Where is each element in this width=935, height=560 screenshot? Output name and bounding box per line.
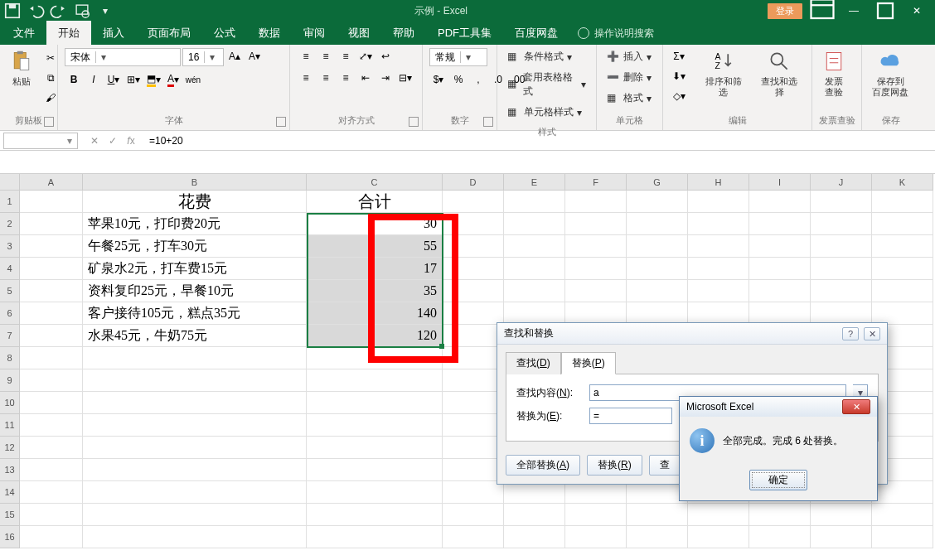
cell[interactable] xyxy=(811,526,872,548)
cell[interactable] xyxy=(749,258,811,280)
col-header[interactable]: C xyxy=(307,174,443,191)
tab-file[interactable]: 文件 xyxy=(2,21,46,46)
cell[interactable] xyxy=(811,280,872,302)
cell[interactable] xyxy=(688,302,749,325)
replace-all-button[interactable]: 全部替换(A) xyxy=(506,455,580,476)
cell[interactable]: 17 xyxy=(307,258,443,280)
decrease-indent-icon[interactable]: ⇤ xyxy=(356,70,375,86)
cell[interactable] xyxy=(443,526,504,548)
fill-icon[interactable]: ⬇▾ xyxy=(670,68,688,84)
col-header[interactable]: D xyxy=(443,174,504,191)
find-all-button[interactable]: 查 xyxy=(649,455,681,476)
cell[interactable]: 苹果10元，打印费20元 xyxy=(83,213,307,235)
row-header[interactable]: 6 xyxy=(0,302,20,325)
row-header[interactable]: 16 xyxy=(0,526,20,548)
tell-me[interactable]: 操作说明搜索 xyxy=(578,27,654,41)
cell[interactable] xyxy=(83,369,307,392)
cell[interactable] xyxy=(307,414,443,437)
cell[interactable] xyxy=(20,459,83,481)
cell[interactable] xyxy=(872,235,933,258)
tab-pdf[interactable]: PDF工具集 xyxy=(426,21,503,46)
cell[interactable] xyxy=(20,325,83,347)
alert-title-bar[interactable]: Microsoft Excel ✕ xyxy=(680,397,877,417)
cell[interactable] xyxy=(20,414,83,437)
font-color-button[interactable]: A▾ xyxy=(164,71,182,88)
redo-icon[interactable] xyxy=(50,2,68,19)
align-bottom-icon[interactable]: ≡ xyxy=(337,48,355,65)
cell[interactable] xyxy=(443,191,504,213)
cell[interactable] xyxy=(443,280,504,302)
cell[interactable]: 矿泉水2元，打车费15元 xyxy=(83,258,307,280)
format-painter-icon[interactable]: 🖌 xyxy=(41,89,60,106)
row-header[interactable]: 11 xyxy=(0,414,20,437)
tab-baidu[interactable]: 百度网盘 xyxy=(503,21,569,46)
cell[interactable] xyxy=(749,302,811,325)
col-header[interactable]: G xyxy=(627,174,688,191)
row-header[interactable]: 9 xyxy=(0,369,20,392)
cell[interactable] xyxy=(565,235,627,258)
sort-filter-button[interactable]: AZ 排序和筛选 xyxy=(698,48,749,99)
tab-formulas[interactable]: 公式 xyxy=(202,21,247,46)
row-header[interactable]: 10 xyxy=(0,392,20,414)
cell[interactable] xyxy=(20,526,83,548)
cell[interactable] xyxy=(20,302,83,325)
cell[interactable] xyxy=(83,347,307,369)
paste-button[interactable]: 粘贴 xyxy=(7,48,36,89)
cell[interactable] xyxy=(872,481,933,504)
merge-icon[interactable]: ⊟▾ xyxy=(396,70,414,86)
tab-insert[interactable]: 插入 xyxy=(91,21,136,46)
cell[interactable] xyxy=(565,302,627,325)
cell[interactable] xyxy=(83,437,307,459)
tab-help[interactable]: 帮助 xyxy=(381,21,426,46)
comma-icon[interactable]: , xyxy=(469,71,487,88)
cancel-formula-icon[interactable]: ✕ xyxy=(86,135,103,147)
cell[interactable] xyxy=(811,258,872,280)
copy-icon[interactable]: ⧉ xyxy=(41,70,60,86)
font-name-combo[interactable]: 宋体▾ xyxy=(65,48,181,66)
cell[interactable] xyxy=(749,191,811,213)
col-header[interactable]: B xyxy=(83,174,307,191)
cell[interactable] xyxy=(443,481,504,504)
cell[interactable] xyxy=(20,392,83,414)
print-preview-icon[interactable] xyxy=(73,2,91,19)
cell[interactable] xyxy=(504,526,565,548)
cell[interactable] xyxy=(307,459,443,481)
alert-ok-button[interactable]: 确定 xyxy=(749,470,807,490)
tab-review[interactable]: 审阅 xyxy=(292,21,337,46)
row-header[interactable]: 7 xyxy=(0,325,20,347)
replace-button[interactable]: 替换(R) xyxy=(587,455,642,476)
cell[interactable] xyxy=(504,504,565,526)
cell[interactable] xyxy=(20,437,83,459)
cell[interactable] xyxy=(20,369,83,392)
cell[interactable] xyxy=(749,235,811,258)
cell[interactable] xyxy=(565,280,627,302)
cell[interactable] xyxy=(20,213,83,235)
col-header[interactable]: K xyxy=(872,174,933,191)
cell[interactable] xyxy=(83,392,307,414)
cell[interactable] xyxy=(504,213,565,235)
tab-home[interactable]: 开始 xyxy=(46,21,91,46)
col-header[interactable]: H xyxy=(688,174,749,191)
dialog-close-icon[interactable]: ✕ xyxy=(864,327,880,340)
cell[interactable] xyxy=(443,302,504,325)
cell[interactable]: 120 xyxy=(307,325,443,347)
cell[interactable] xyxy=(20,504,83,526)
col-header[interactable]: F xyxy=(565,174,627,191)
cell[interactable] xyxy=(565,481,627,504)
cell[interactable] xyxy=(627,280,688,302)
cell[interactable] xyxy=(627,302,688,325)
cell[interactable] xyxy=(565,213,627,235)
cell[interactable] xyxy=(504,191,565,213)
phonetic-button[interactable]: wén xyxy=(184,71,202,88)
cell[interactable] xyxy=(565,504,627,526)
cell[interactable] xyxy=(627,258,688,280)
cell[interactable] xyxy=(811,213,872,235)
italic-button[interactable]: I xyxy=(85,71,103,88)
cell[interactable]: 30 xyxy=(307,213,443,235)
enter-formula-icon[interactable]: ✓ xyxy=(104,135,121,147)
cell[interactable]: 客户接待105元，糕点35元 xyxy=(83,302,307,325)
cell[interactable] xyxy=(688,235,749,258)
cell[interactable]: 55 xyxy=(307,235,443,258)
cell[interactable] xyxy=(20,280,83,302)
cell[interactable] xyxy=(443,369,504,392)
